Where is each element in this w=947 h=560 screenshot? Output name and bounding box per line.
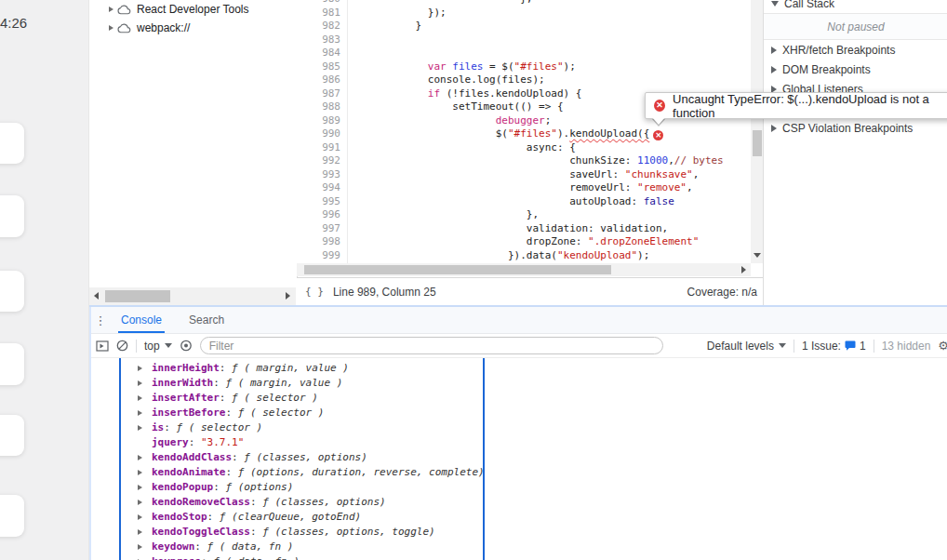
sidebar-section-csp-violation-breakpoints[interactable]: CSP Violation Breakpoints — [764, 118, 947, 138]
console-sidebar-toggle-icon[interactable] — [96, 340, 109, 352]
scroll-left-icon[interactable] — [94, 292, 99, 300]
code-line[interactable]: 998 dropZone: ".dropZoneElement" — [297, 235, 751, 249]
line-number[interactable]: 986 — [297, 73, 340, 87]
chevron-right-icon[interactable] — [138, 455, 147, 460]
chevron-right-icon[interactable] — [138, 514, 147, 520]
line-number[interactable]: 981 — [297, 7, 340, 20]
scroll-right-icon[interactable] — [286, 292, 290, 300]
chevron-right-icon[interactable] — [138, 410, 147, 416]
console-property-row[interactable]: jquery: "3.7.1" — [89, 435, 947, 450]
code-line[interactable]: 982 } — [297, 20, 751, 33]
code-line[interactable]: 983 — [297, 33, 751, 47]
chevron-right-icon[interactable] — [138, 544, 147, 550]
navigator-item[interactable]: webpack:// — [89, 19, 297, 37]
editor-horizontal-scrollbar[interactable] — [297, 263, 751, 276]
default-levels-dropdown[interactable]: Default levels — [707, 340, 786, 353]
line-number[interactable]: 998 — [297, 235, 340, 249]
code-line[interactable]: 995 autoUpload: false — [297, 195, 751, 209]
context-selector[interactable]: top — [144, 340, 172, 353]
line-number[interactable]: 987 — [297, 87, 340, 101]
code-line[interactable]: 993 saveUrl: "chunksave", — [297, 168, 751, 182]
scrollbar-thumb[interactable] — [105, 290, 170, 302]
chevron-right-icon[interactable] — [138, 485, 147, 490]
code-line[interactable]: 984 — [297, 47, 751, 60]
tooltip-arrow — [652, 117, 665, 125]
console-property-row[interactable]: insertAfter: ƒ ( selector ) — [89, 391, 947, 406]
clear-console-icon[interactable] — [116, 340, 128, 352]
inline-error-icon[interactable]: ✕ — [653, 130, 663, 140]
line-number[interactable]: 996 — [297, 208, 340, 222]
console-property-row[interactable]: innerHeight: ƒ ( margin, value ) — [89, 361, 947, 376]
chevron-right-icon[interactable] — [138, 529, 147, 535]
chevron-right-icon[interactable] — [771, 66, 777, 73]
code-area[interactable]: 980 },981 });982 }983984985 var files = … — [297, 0, 751, 263]
chevron-right-icon[interactable] — [138, 500, 147, 505]
console-property-row[interactable]: insertBefore: ƒ ( selector ) — [89, 406, 947, 420]
console-property-row[interactable]: kendoToggleClass: ƒ (classes, options, t… — [89, 525, 947, 540]
chevron-right-icon[interactable] — [771, 47, 777, 54]
console-property-row[interactable]: innerWidth: ƒ ( margin, value ) — [89, 376, 947, 391]
line-number[interactable]: 984 — [297, 47, 340, 60]
issues-counter[interactable]: 1 Issue: 1 — [802, 340, 866, 353]
chevron-right-icon[interactable] — [138, 380, 147, 386]
code-line[interactable]: 990 $("#files").kendoUpload({✕ — [297, 127, 751, 141]
line-number[interactable]: 993 — [297, 168, 340, 182]
line-number[interactable]: 991 — [297, 141, 340, 155]
code-line[interactable]: 986 console.log(files); — [297, 73, 751, 87]
console-property-row[interactable]: kendoAnimate: ƒ (options, duration, reve… — [89, 465, 947, 480]
console-property-row[interactable]: is: ƒ ( selector ) — [89, 420, 947, 435]
tab-search[interactable]: Search — [180, 307, 233, 333]
sidebar-section-xhr-fetch-breakpoints[interactable]: XHR/fetch Breakpoints — [764, 40, 947, 60]
line-number[interactable]: 985 — [297, 60, 340, 74]
sidebar-section-dom-breakpoints[interactable]: DOM Breakpoints — [764, 60, 947, 79]
console-property-row[interactable]: kendoRemoveClass: ƒ (classes, options) — [89, 495, 947, 510]
line-number[interactable]: 982 — [297, 20, 340, 33]
line-number[interactable]: 995 — [297, 195, 340, 209]
line-number[interactable]: 990 — [297, 127, 340, 141]
line-number[interactable]: 988 — [297, 100, 340, 114]
live-expression-eye-icon[interactable] — [180, 340, 193, 352]
pretty-print-icon[interactable]: { } — [305, 286, 324, 298]
line-number[interactable]: 997 — [297, 222, 340, 236]
tab-console[interactable]: Console — [112, 307, 171, 333]
console-settings-gear-icon[interactable]: ⚙ — [938, 339, 947, 353]
line-number[interactable]: 994 — [297, 181, 340, 195]
scroll-down-icon[interactable] — [754, 253, 761, 258]
hidden-messages-count[interactable]: 13 hidden — [882, 340, 931, 353]
console-property-row[interactable]: kendoAddClass: ƒ (classes, options) — [89, 450, 947, 465]
chevron-down-icon[interactable] — [771, 1, 779, 7]
sidebar-section-call-stack[interactable]: Call Stack — [764, 0, 947, 14]
chevron-right-icon[interactable] — [138, 425, 147, 431]
console-property-row[interactable]: keydown: ƒ ( data, fn ) — [89, 540, 947, 554]
chevron-right-icon[interactable] — [138, 470, 147, 475]
code-line[interactable]: 997 validation: validation, — [297, 222, 751, 236]
scrollbar-thumb[interactable] — [304, 265, 611, 274]
chevron-right-icon[interactable] — [138, 395, 147, 401]
line-number[interactable]: 992 — [297, 154, 340, 168]
code-line[interactable]: 991 async: { — [297, 141, 751, 155]
console-property-row[interactable]: kendoStop: ƒ (clearQueue, gotoEnd) — [89, 510, 947, 525]
editor-vertical-scrollbar[interactable] — [751, 0, 764, 263]
more-options-icon[interactable]: ⋮ — [89, 313, 112, 327]
code-line[interactable]: 992 chunkSize: 11000,// bytes — [297, 154, 751, 168]
scrollbar-thumb[interactable] — [753, 130, 762, 156]
line-number[interactable]: 989 — [297, 114, 340, 128]
code-line[interactable]: 996 }, — [297, 208, 751, 222]
navigator-item[interactable]: React Developer Tools — [89, 0, 297, 19]
code-line[interactable]: 981 }); — [297, 7, 751, 20]
line-number[interactable]: 999 — [297, 249, 340, 263]
code-text: async: { — [347, 141, 751, 155]
chevron-right-icon[interactable] — [771, 125, 777, 132]
chevron-right-icon[interactable] — [109, 7, 113, 12]
code-line[interactable]: 985 var files = $("#files"); — [297, 60, 751, 74]
navigator-horizontal-scrollbar[interactable] — [89, 287, 296, 305]
code-line[interactable]: 999 }).data("kendoUpload"); — [297, 249, 751, 263]
code-line[interactable]: 994 removeUrl: "remove", — [297, 181, 751, 195]
console-property-row[interactable]: kendoPopup: ƒ (options) — [89, 480, 947, 495]
chevron-right-icon[interactable] — [138, 366, 147, 371]
scroll-right-icon[interactable] — [741, 266, 746, 273]
console-filter-input[interactable] — [200, 337, 663, 354]
console-property-row[interactable]: keypress: ƒ ( data, fn ) — [89, 554, 947, 560]
chevron-right-icon[interactable] — [109, 25, 113, 31]
line-number[interactable]: 983 — [297, 33, 340, 47]
